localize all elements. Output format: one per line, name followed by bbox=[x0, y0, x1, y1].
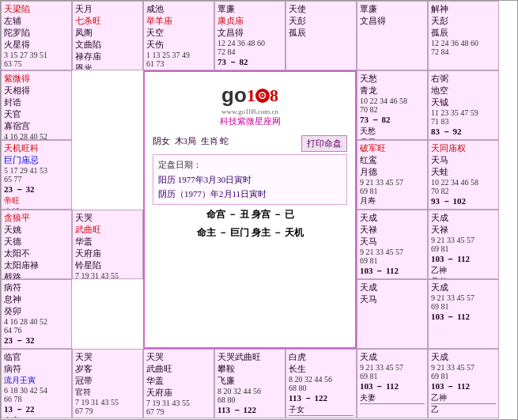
nums2-r1c7: 72 84 bbox=[431, 47, 496, 56]
star-yuesheng: 月德 bbox=[360, 166, 425, 178]
nums2-r6c7: 69 81 bbox=[431, 372, 496, 380]
cell-r6c1: 临官 病符 流月壬寅 6 18 30 42 54 66 78 13 － 22 命… bbox=[1, 349, 72, 418]
star-tianma3: 天马 bbox=[360, 236, 425, 248]
range-r4c7: 103 － 112 bbox=[431, 253, 496, 265]
range-r1c4: 73 － 82 bbox=[217, 56, 282, 68]
star-r6c4-3: 飞廉 bbox=[217, 375, 282, 387]
nums-r3c6: 9 21 33 45 57 bbox=[360, 178, 425, 187]
star-tianyao: 天姚 bbox=[4, 224, 69, 236]
star-tianguan: 天官 bbox=[4, 108, 69, 120]
label-minggong2: 命宫 bbox=[4, 415, 69, 418]
logo-url: www.go108.com.cn bbox=[221, 108, 278, 115]
star-hongluan: 红鸾 bbox=[360, 154, 425, 166]
cell-r4c2: 天哭 武曲旺 华盖 天府庙 铃星陷 7 19 31 43 55 67 79 3 … bbox=[72, 210, 143, 279]
star-r6c4: 天哭武曲旺 bbox=[217, 351, 282, 363]
star-lingxingxian: 铃星陷 bbox=[75, 259, 140, 271]
nums-r6c2: 7 19 31 43 55 bbox=[75, 398, 140, 407]
cell-r3c6: 破军旺 红鸾 月德 9 21 33 45 57 69 81 月寿 bbox=[357, 140, 428, 210]
range-r4c6: 103 － 112 bbox=[360, 265, 425, 277]
star-r6c3-4: 天府庙 bbox=[146, 387, 211, 399]
star-r6c3: 天哭 bbox=[146, 351, 211, 363]
range-r3c1: 23 － 32 bbox=[4, 184, 69, 195]
star-r6c1: 临官 bbox=[4, 351, 69, 363]
nums-r1c7: 12 24 36 48 60 bbox=[431, 39, 496, 47]
star-juyangmiao: 举羊庙 bbox=[146, 15, 211, 27]
cell-r2c1: 紫微得 天相得 封诰 天官 寡宿宫 4 16 28 40 52 64 76 33… bbox=[1, 70, 72, 140]
label-guanfu5: 官符 bbox=[75, 387, 140, 398]
star-r6c3-3: 华盖 bbox=[146, 375, 211, 387]
star-r6c4-2: 攀鞍 bbox=[217, 363, 282, 375]
cell-r2c7: 右弼 地空 天钺 11 23 35 47 59 71 83 83 － 92 小耗… bbox=[428, 70, 499, 140]
cell-r1c1: 天梁陷 左辅 陀罗陷 火星得 3 15 27 39 51 63 75 43 － … bbox=[1, 1, 72, 70]
nums-r5c1: 4 16 28 40 52 bbox=[4, 317, 69, 326]
nums-r4c2: 7 19 31 43 55 bbox=[75, 271, 140, 279]
nums2-r5c1: 64 76 bbox=[4, 326, 69, 335]
logo-circle: 1 bbox=[247, 85, 255, 106]
cell-r1c6: 覃廉 文昌得 bbox=[357, 1, 428, 70]
star-r5c7: 天成 bbox=[431, 282, 496, 293]
star-kangzhenmiao: 康贞庙 bbox=[217, 15, 282, 27]
star-tianfumiao: 天府庙 bbox=[75, 248, 140, 259]
nums2-r6c3: 67 79 bbox=[146, 407, 211, 416]
nums-r6c6: 9 21 33 45 57 bbox=[360, 363, 425, 372]
star-fenggao: 封诰 bbox=[4, 96, 69, 108]
logo-zero-red: ⊙ bbox=[255, 89, 270, 103]
star-tianji-wangke: 天机旺科 bbox=[4, 142, 69, 154]
solar-date: 阳历 1977年3月30日寅时 bbox=[158, 172, 342, 187]
star-tianshang: 天伤 bbox=[146, 39, 211, 51]
range-r6c4: 113 － 122 bbox=[217, 404, 282, 416]
nums-r2c7: 11 23 35 47 59 bbox=[431, 108, 496, 117]
star-xianchi: 咸池 bbox=[146, 3, 211, 15]
star-r6c3-2: 武曲旺 bbox=[146, 363, 211, 375]
star-tiankong: 天空 bbox=[146, 27, 211, 39]
star-enger: 恩光 bbox=[75, 62, 140, 70]
range-r3c7: 93 － 102 bbox=[431, 195, 496, 207]
cell-r4c1: 贪狼平 天姚 天德 太阳不 太阳庙禄 截路 6 18 30 42 54 66 7… bbox=[1, 210, 72, 279]
cell-r4c6: 天成 天禄 天马 9 21 33 45 57 69 81 103 － 112 沐… bbox=[357, 210, 428, 279]
star-tianwa: 天蛙 bbox=[431, 166, 496, 178]
star-r6c5: 白虎 bbox=[289, 351, 354, 363]
mingong-line: 命宫 － 丑 身宫 － 已 bbox=[153, 208, 347, 221]
nums2-r1c4: 72 84 bbox=[217, 47, 282, 56]
range-r6c3: 3 － 12 bbox=[146, 416, 211, 418]
nums2-r1c3: 61 73 bbox=[146, 59, 211, 68]
nums2-r4c6: 69 81 bbox=[360, 256, 425, 265]
nums2-r3c7: 70 82 bbox=[431, 187, 496, 195]
range-r6c6: 103 － 112 bbox=[360, 380, 425, 392]
star-taiyang: 天同庙权 bbox=[431, 142, 496, 154]
star-wenchang-de: 文昌得 bbox=[360, 15, 425, 27]
yinyang-info: 阴女 木3局 生肖 蛇 bbox=[153, 135, 229, 147]
nums-r3c7: 10 22 34 46 58 bbox=[431, 178, 496, 187]
cell-r6c4: 天哭武曲旺 攀鞍 飞廉 8 20 32 44 56 68 80 113 － 12… bbox=[214, 349, 285, 418]
range-r2c7: 83 － 92 bbox=[431, 126, 496, 138]
star-tianlu: 天禄 bbox=[360, 224, 425, 236]
star-ziweide: 紫微得 bbox=[4, 73, 69, 85]
label-r6c5: 子女 bbox=[289, 404, 354, 416]
star-tianliangxian: 天梁陷 bbox=[4, 3, 69, 15]
star-tanlian: 覃廉 bbox=[217, 3, 282, 15]
zhuren-line: 命主 － 巨门 身主 － 天机 bbox=[153, 226, 347, 240]
star-jielu: 截路 bbox=[4, 271, 69, 279]
cell-r1c2: 天月 七杀旺 凤阁 文曲陷 禄存庙 恩光 2 14 26 38 50 62 74… bbox=[72, 1, 143, 70]
star-tanlang: 贪狼平 bbox=[4, 212, 69, 224]
label-r6c7-2: 乙 bbox=[431, 404, 496, 415]
nums2-r6c2: 67 79 bbox=[75, 407, 140, 415]
star-tianku: 天哭 bbox=[75, 212, 140, 224]
star-taiyangmiaolu: 太阳庙禄 bbox=[4, 259, 69, 271]
nums2-r2c6: 70 82 bbox=[360, 105, 425, 114]
cell-r5c7: 天成 9 21 33 45 57 69 81 103 － 112 bbox=[428, 279, 499, 349]
logo-subtitle: 科技紫微星座网 bbox=[220, 115, 281, 127]
star-r6c6: 天成 bbox=[360, 351, 425, 363]
cell-r6c6: 天成 9 21 33 45 57 69 81 103 － 112 夫妻 bbox=[357, 349, 428, 418]
star-tiancheng2: 天成 bbox=[431, 212, 496, 224]
nums-r4c6: 9 21 33 45 57 bbox=[360, 248, 425, 256]
label-r2c6: 天愁 bbox=[360, 126, 425, 137]
star-jumen-miaoji: 巨门庙忌 bbox=[4, 154, 69, 166]
star-huoxingde: 火星得 bbox=[4, 39, 69, 51]
nums2-r6c6: 69 81 bbox=[360, 372, 425, 380]
nums-r3c1: 5 17 29 41 53 bbox=[4, 166, 69, 175]
star-jieshen: 解神 bbox=[431, 3, 496, 15]
print-button[interactable]: 打印命盘 bbox=[301, 135, 347, 152]
star-tianyue: 天月 bbox=[75, 3, 140, 15]
star-guchen: 孤辰 bbox=[289, 27, 354, 39]
